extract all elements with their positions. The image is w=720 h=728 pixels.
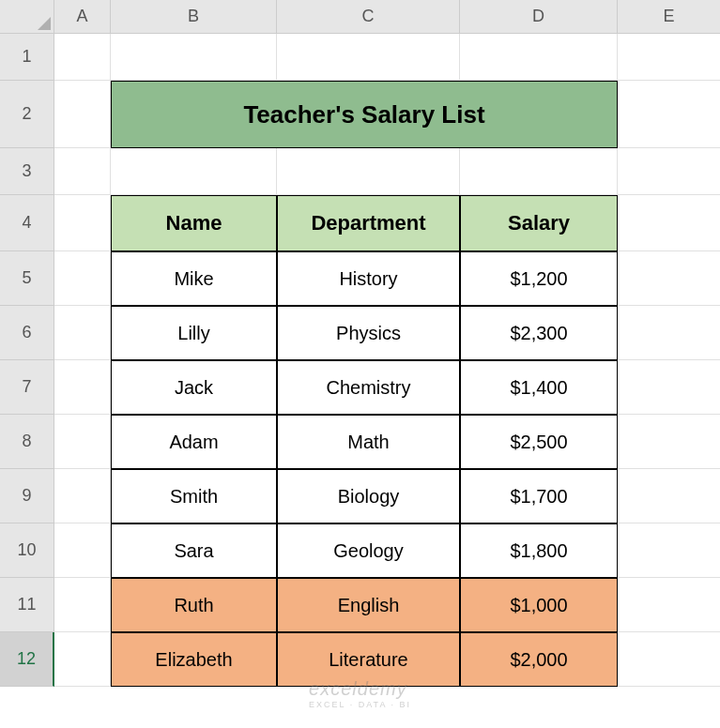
cell-E8[interactable] — [618, 415, 720, 469]
row-header-8[interactable]: 8 — [0, 415, 54, 469]
col-header-A[interactable]: A — [54, 0, 111, 34]
data-salary-cell[interactable]: $1,400 — [460, 360, 618, 415]
row-header-9[interactable]: 9 — [0, 469, 54, 523]
cell-A7[interactable] — [54, 360, 111, 415]
data-salary-cell[interactable]: $2,300 — [460, 306, 618, 360]
data-dept-cell[interactable]: Geology — [277, 523, 460, 578]
data-salary-cell[interactable]: $1,800 — [460, 523, 618, 578]
cell-A9[interactable] — [54, 469, 111, 523]
row-header-1[interactable]: 1 — [0, 34, 54, 81]
col-header-D[interactable]: D — [460, 0, 618, 34]
data-salary-cell[interactable]: $1,000 — [460, 578, 618, 632]
row-header-11[interactable]: 11 — [0, 578, 54, 632]
watermark-sub: EXCEL · DATA · BI — [309, 700, 411, 709]
row-header-7[interactable]: 7 — [0, 360, 54, 415]
data-dept-cell[interactable]: Math — [277, 415, 460, 469]
row-header-5[interactable]: 5 — [0, 251, 54, 306]
data-name-cell[interactable]: Lilly — [111, 306, 277, 360]
cell-A12[interactable] — [54, 632, 111, 687]
row-header-6[interactable]: 6 — [0, 306, 54, 360]
data-name-cell[interactable]: Ruth — [111, 578, 277, 632]
grid-row: SmithBiology$1,700 — [54, 469, 720, 523]
data-salary-cell[interactable]: $1,700 — [460, 469, 618, 523]
cell-C3[interactable] — [277, 148, 460, 195]
select-all-corner[interactable] — [0, 0, 54, 34]
header-salary[interactable]: Salary — [460, 195, 618, 251]
title-cell[interactable]: Teacher's Salary List — [111, 81, 618, 148]
cell-B3[interactable] — [111, 148, 277, 195]
header-department[interactable]: Department — [277, 195, 460, 251]
row-header-12[interactable]: 12 — [0, 632, 54, 687]
cell-E4[interactable] — [618, 195, 720, 251]
cell-E11[interactable] — [618, 578, 720, 632]
spreadsheet: ABCDE 123456789101112 Teacher's Salary L… — [0, 0, 720, 728]
cell-E10[interactable] — [618, 523, 720, 578]
row-header-4[interactable]: 4 — [0, 195, 54, 251]
data-name-cell[interactable]: Smith — [111, 469, 277, 523]
grid-row — [54, 34, 720, 81]
cell-E5[interactable] — [618, 251, 720, 306]
svg-marker-0 — [38, 17, 51, 30]
col-header-C[interactable]: C — [277, 0, 460, 34]
cell-E12[interactable] — [618, 632, 720, 687]
cell-C1[interactable] — [277, 34, 460, 81]
cell-E1[interactable] — [618, 34, 720, 81]
data-salary-cell[interactable]: $1,200 — [460, 251, 618, 306]
cell-E3[interactable] — [618, 148, 720, 195]
cell-A4[interactable] — [54, 195, 111, 251]
data-name-cell[interactable]: Jack — [111, 360, 277, 415]
cell-A5[interactable] — [54, 251, 111, 306]
cell-A1[interactable] — [54, 34, 111, 81]
row-headers: 123456789101112 — [0, 34, 54, 687]
grid-row: Teacher's Salary List — [54, 81, 720, 148]
cell-A11[interactable] — [54, 578, 111, 632]
cell-B1[interactable] — [111, 34, 277, 81]
header-name[interactable]: Name — [111, 195, 277, 251]
grid-row — [54, 148, 720, 195]
cell-A2[interactable] — [54, 81, 111, 148]
data-name-cell[interactable]: Adam — [111, 415, 277, 469]
data-name-cell[interactable]: Sara — [111, 523, 277, 578]
data-dept-cell[interactable]: Biology — [277, 469, 460, 523]
select-all-triangle-icon — [38, 17, 51, 30]
cell-D3[interactable] — [460, 148, 618, 195]
col-header-E[interactable]: E — [618, 0, 720, 34]
data-name-cell[interactable]: Mike — [111, 251, 277, 306]
cell-E9[interactable] — [618, 469, 720, 523]
cell-grid: Teacher's Salary ListNameDepartmentSalar… — [54, 34, 720, 687]
grid-row: ElizabethLiterature$2,000 — [54, 632, 720, 687]
data-salary-cell[interactable]: $2,500 — [460, 415, 618, 469]
grid-row: NameDepartmentSalary — [54, 195, 720, 251]
grid-row: JackChemistry$1,400 — [54, 360, 720, 415]
column-headers: ABCDE — [54, 0, 720, 34]
cell-E2[interactable] — [618, 81, 720, 148]
data-salary-cell[interactable]: $2,000 — [460, 632, 618, 687]
cell-E6[interactable] — [618, 306, 720, 360]
cell-A10[interactable] — [54, 523, 111, 578]
grid-row: AdamMath$2,500 — [54, 415, 720, 469]
cell-E7[interactable] — [618, 360, 720, 415]
grid-row: RuthEnglish$1,000 — [54, 578, 720, 632]
data-dept-cell[interactable]: Physics — [277, 306, 460, 360]
cell-D1[interactable] — [460, 34, 618, 81]
data-dept-cell[interactable]: Literature — [277, 632, 460, 687]
row-header-10[interactable]: 10 — [0, 523, 54, 578]
data-dept-cell[interactable]: Chemistry — [277, 360, 460, 415]
row-header-3[interactable]: 3 — [0, 148, 54, 195]
data-dept-cell[interactable]: English — [277, 578, 460, 632]
data-name-cell[interactable]: Elizabeth — [111, 632, 277, 687]
cell-A8[interactable] — [54, 415, 111, 469]
cell-A6[interactable] — [54, 306, 111, 360]
cell-A3[interactable] — [54, 148, 111, 195]
row-header-2[interactable]: 2 — [0, 81, 54, 148]
grid-row: MikeHistory$1,200 — [54, 251, 720, 306]
grid-row: LillyPhysics$2,300 — [54, 306, 720, 360]
data-dept-cell[interactable]: History — [277, 251, 460, 306]
col-header-B[interactable]: B — [111, 0, 277, 34]
grid-row: SaraGeology$1,800 — [54, 523, 720, 578]
